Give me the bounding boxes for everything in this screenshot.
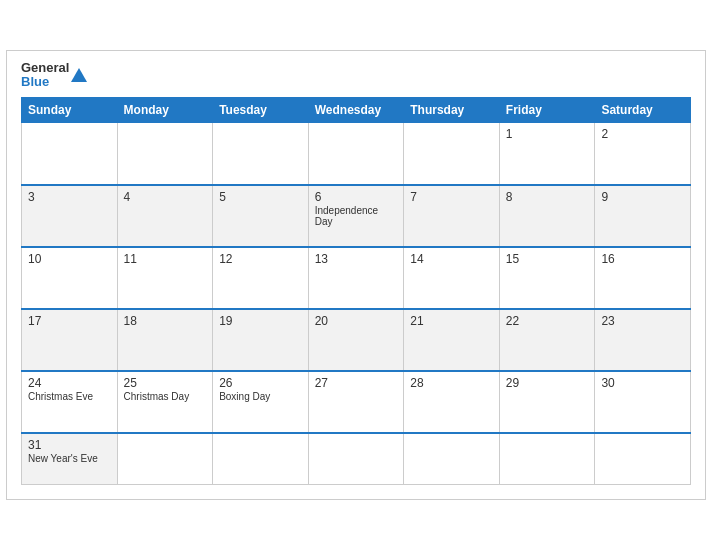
day-event: Christmas Eve [28, 391, 111, 402]
day-event: Independence Day [315, 205, 398, 227]
day-number: 31 [28, 438, 111, 452]
day-number: 30 [601, 376, 684, 390]
weekday-header-row: SundayMondayTuesdayWednesdayThursdayFrid… [22, 98, 691, 123]
day-number: 19 [219, 314, 302, 328]
calendar-cell: 18 [117, 309, 213, 371]
day-number: 25 [124, 376, 207, 390]
calendar-cell: 22 [499, 309, 595, 371]
calendar-cell [117, 123, 213, 185]
day-number: 13 [315, 252, 398, 266]
day-number: 4 [124, 190, 207, 204]
calendar-cell [213, 433, 309, 485]
week-row-4: 24Christmas Eve25Christmas Day26Boxing D… [22, 371, 691, 433]
day-number: 2 [601, 127, 684, 141]
weekday-saturday: Saturday [595, 98, 691, 123]
calendar-cell [404, 123, 500, 185]
calendar-cell [308, 433, 404, 485]
calendar-cell: 23 [595, 309, 691, 371]
day-event: New Year's Eve [28, 453, 111, 464]
logo-general-text: General [21, 61, 69, 75]
weekday-sunday: Sunday [22, 98, 118, 123]
day-number: 14 [410, 252, 493, 266]
day-number: 7 [410, 190, 493, 204]
calendar-table: SundayMondayTuesdayWednesdayThursdayFrid… [21, 97, 691, 485]
calendar-cell: 21 [404, 309, 500, 371]
day-number: 6 [315, 190, 398, 204]
calendar-cell: 12 [213, 247, 309, 309]
calendar-cell [404, 433, 500, 485]
calendar-cell: 4 [117, 185, 213, 247]
weekday-tuesday: Tuesday [213, 98, 309, 123]
week-row-0: 12 [22, 123, 691, 185]
day-number: 22 [506, 314, 589, 328]
calendar-cell: 24Christmas Eve [22, 371, 118, 433]
calendar-cell: 17 [22, 309, 118, 371]
calendar-header: General Blue [21, 61, 691, 90]
calendar-container: General Blue SundayMondayTuesdayWednesda… [6, 50, 706, 501]
day-number: 21 [410, 314, 493, 328]
day-number: 28 [410, 376, 493, 390]
calendar-cell [213, 123, 309, 185]
day-number: 9 [601, 190, 684, 204]
calendar-cell: 13 [308, 247, 404, 309]
week-row-2: 10111213141516 [22, 247, 691, 309]
calendar-cell: 15 [499, 247, 595, 309]
weekday-wednesday: Wednesday [308, 98, 404, 123]
weekday-friday: Friday [499, 98, 595, 123]
calendar-cell [117, 433, 213, 485]
day-number: 29 [506, 376, 589, 390]
calendar-cell: 16 [595, 247, 691, 309]
calendar-cell: 30 [595, 371, 691, 433]
logo: General Blue [21, 61, 89, 90]
calendar-cell: 20 [308, 309, 404, 371]
calendar-cell [22, 123, 118, 185]
day-number: 12 [219, 252, 302, 266]
calendar-cell: 11 [117, 247, 213, 309]
week-row-3: 17181920212223 [22, 309, 691, 371]
logo-blue-text: Blue [21, 75, 49, 89]
calendar-cell: 1 [499, 123, 595, 185]
calendar-cell: 5 [213, 185, 309, 247]
logo-triangle-icon [71, 68, 87, 82]
calendar-cell: 14 [404, 247, 500, 309]
day-number: 5 [219, 190, 302, 204]
calendar-cell: 29 [499, 371, 595, 433]
calendar-cell: 19 [213, 309, 309, 371]
calendar-cell: 2 [595, 123, 691, 185]
calendar-cell [499, 433, 595, 485]
calendar-cell [595, 433, 691, 485]
logo-text: General Blue [21, 61, 69, 90]
week-row-1: 3456Independence Day789 [22, 185, 691, 247]
calendar-cell: 9 [595, 185, 691, 247]
calendar-cell: 10 [22, 247, 118, 309]
day-number: 20 [315, 314, 398, 328]
day-event: Boxing Day [219, 391, 302, 402]
calendar-cell [308, 123, 404, 185]
day-number: 10 [28, 252, 111, 266]
calendar-cell: 27 [308, 371, 404, 433]
day-number: 23 [601, 314, 684, 328]
week-row-5: 31New Year's Eve [22, 433, 691, 485]
day-number: 27 [315, 376, 398, 390]
day-number: 17 [28, 314, 111, 328]
weekday-monday: Monday [117, 98, 213, 123]
day-number: 16 [601, 252, 684, 266]
day-number: 1 [506, 127, 589, 141]
day-number: 15 [506, 252, 589, 266]
calendar-cell: 3 [22, 185, 118, 247]
calendar-cell: 31New Year's Eve [22, 433, 118, 485]
weekday-thursday: Thursday [404, 98, 500, 123]
day-number: 26 [219, 376, 302, 390]
calendar-cell: 8 [499, 185, 595, 247]
calendar-cell: 26Boxing Day [213, 371, 309, 433]
day-number: 11 [124, 252, 207, 266]
day-event: Christmas Day [124, 391, 207, 402]
day-number: 3 [28, 190, 111, 204]
day-number: 8 [506, 190, 589, 204]
day-number: 24 [28, 376, 111, 390]
day-number: 18 [124, 314, 207, 328]
calendar-cell: 25Christmas Day [117, 371, 213, 433]
calendar-cell: 6Independence Day [308, 185, 404, 247]
calendar-cell: 28 [404, 371, 500, 433]
calendar-cell: 7 [404, 185, 500, 247]
